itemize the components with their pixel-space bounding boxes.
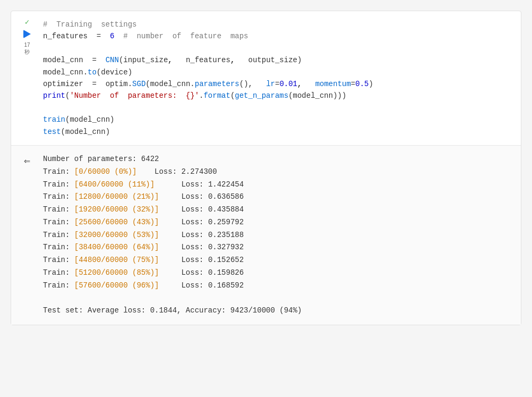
code-content: # Training settings n_features = 6 # num… <box>43 16 521 140</box>
output-reload-icon: ⇒ <box>24 154 30 167</box>
output-train-5: Train: [32000/60000 (53%)] Loss: 0.23518… <box>43 231 244 239</box>
output-params: Number of parameters: 6422 <box>43 155 159 163</box>
code-cell: ✓ 17 秒 # Training settings n_features = … <box>11 11 521 325</box>
code-line-test: test(model_cnn) <box>43 128 110 136</box>
code-line-model-cnn: model_cnn = CNN(input_size, n_features, … <box>43 56 302 64</box>
output-content: Number of parameters: 6422 Train: [0/600… <box>43 151 521 319</box>
output-train-9: Train: [57600/60000 (96%)] Loss: 0.16859… <box>43 281 244 290</box>
code-cell-inner: ✓ 17 秒 # Training settings n_features = … <box>11 11 521 145</box>
output-gutter: ⇒ <box>11 151 43 167</box>
run-icon <box>23 30 31 38</box>
cell-timing: 17 秒 <box>24 41 30 55</box>
cell-gutter: ✓ 17 秒 <box>11 16 43 55</box>
run-button[interactable] <box>21 28 33 40</box>
output-train-4: Train: [25600/60000 (43%)] Loss: 0.25979… <box>43 218 244 226</box>
code-line-to-device: model_cnn.to(device) <box>43 68 132 77</box>
cell-check-icon: ✓ <box>25 18 29 27</box>
output-cell: ⇒ Number of parameters: 6422 Train: [0/6… <box>11 145 521 325</box>
output-train-7: Train: [44800/60000 (75%)] Loss: 0.15265… <box>43 256 244 264</box>
output-train-2: Train: [12800/60000 (21%)] Loss: 0.63658… <box>43 192 244 201</box>
output-train-1: Train: [6400/60000 (11%)] Loss: 1.422454 <box>43 180 244 189</box>
output-train-8: Train: [51200/60000 (85%)] Loss: 0.15982… <box>43 268 244 277</box>
output-test-result: Test set: Average loss: 0.1844, Accuracy… <box>43 306 302 315</box>
output-train-6: Train: [38400/60000 (64%)] Loss: 0.32793… <box>43 243 244 251</box>
output-train-3: Train: [19200/60000 (32%)] Loss: 0.43588… <box>43 205 244 214</box>
code-line-train: train(model_cnn) <box>43 115 114 124</box>
code-line-optimizer: optimizer = optim.SGD(model_cnn.paramete… <box>43 80 373 88</box>
code-line-print: print('Number of parameters: {}'.format(… <box>43 91 346 100</box>
output-train-0: Train: [0/60000 (0%)] Loss: 2.274300 <box>43 167 217 176</box>
notebook-container: ✓ 17 秒 # Training settings n_features = … <box>0 0 532 336</box>
comment-training: # Training settings <box>43 20 136 29</box>
code-line-n-features: n_features = 6 # number of feature maps <box>43 32 248 40</box>
